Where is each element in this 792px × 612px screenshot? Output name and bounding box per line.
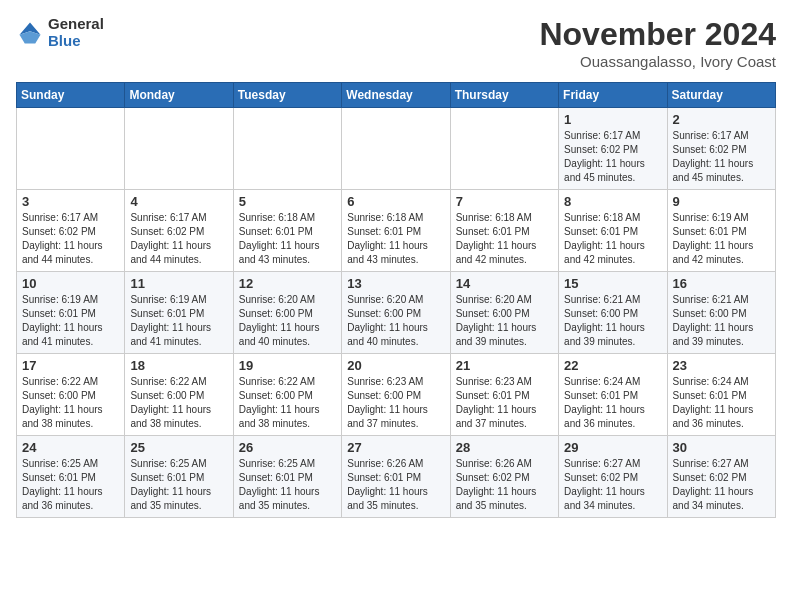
- calendar-week-row-3: 10Sunrise: 6:19 AM Sunset: 6:01 PM Dayli…: [17, 272, 776, 354]
- day-info: Sunrise: 6:21 AM Sunset: 6:00 PM Dayligh…: [564, 293, 661, 349]
- day-info: Sunrise: 6:27 AM Sunset: 6:02 PM Dayligh…: [564, 457, 661, 513]
- logo-blue-text: Blue: [48, 33, 104, 50]
- day-info: Sunrise: 6:20 AM Sunset: 6:00 PM Dayligh…: [456, 293, 553, 349]
- calendar-cell: 21Sunrise: 6:23 AM Sunset: 6:01 PM Dayli…: [450, 354, 558, 436]
- day-number: 27: [347, 440, 444, 455]
- day-number: 23: [673, 358, 770, 373]
- day-number: 16: [673, 276, 770, 291]
- calendar-cell: 25Sunrise: 6:25 AM Sunset: 6:01 PM Dayli…: [125, 436, 233, 518]
- calendar-cell: 20Sunrise: 6:23 AM Sunset: 6:00 PM Dayli…: [342, 354, 450, 436]
- calendar-cell: 15Sunrise: 6:21 AM Sunset: 6:00 PM Dayli…: [559, 272, 667, 354]
- calendar-cell: [17, 108, 125, 190]
- calendar-cell: 26Sunrise: 6:25 AM Sunset: 6:01 PM Dayli…: [233, 436, 341, 518]
- weekday-header-tuesday: Tuesday: [233, 83, 341, 108]
- day-info: Sunrise: 6:17 AM Sunset: 6:02 PM Dayligh…: [673, 129, 770, 185]
- weekday-header-monday: Monday: [125, 83, 233, 108]
- day-info: Sunrise: 6:19 AM Sunset: 6:01 PM Dayligh…: [673, 211, 770, 267]
- day-number: 15: [564, 276, 661, 291]
- day-info: Sunrise: 6:21 AM Sunset: 6:00 PM Dayligh…: [673, 293, 770, 349]
- day-info: Sunrise: 6:20 AM Sunset: 6:00 PM Dayligh…: [347, 293, 444, 349]
- logo-icon: [16, 19, 44, 47]
- day-number: 25: [130, 440, 227, 455]
- calendar-cell: [125, 108, 233, 190]
- day-info: Sunrise: 6:19 AM Sunset: 6:01 PM Dayligh…: [22, 293, 119, 349]
- day-info: Sunrise: 6:25 AM Sunset: 6:01 PM Dayligh…: [130, 457, 227, 513]
- weekday-header-row: SundayMondayTuesdayWednesdayThursdayFrid…: [17, 83, 776, 108]
- calendar-header: SundayMondayTuesdayWednesdayThursdayFrid…: [17, 83, 776, 108]
- calendar-cell: 11Sunrise: 6:19 AM Sunset: 6:01 PM Dayli…: [125, 272, 233, 354]
- day-info: Sunrise: 6:23 AM Sunset: 6:00 PM Dayligh…: [347, 375, 444, 431]
- day-number: 28: [456, 440, 553, 455]
- day-number: 2: [673, 112, 770, 127]
- calendar-cell: 14Sunrise: 6:20 AM Sunset: 6:00 PM Dayli…: [450, 272, 558, 354]
- day-number: 12: [239, 276, 336, 291]
- calendar-cell: 23Sunrise: 6:24 AM Sunset: 6:01 PM Dayli…: [667, 354, 775, 436]
- day-number: 4: [130, 194, 227, 209]
- day-number: 26: [239, 440, 336, 455]
- day-number: 21: [456, 358, 553, 373]
- calendar-week-row-1: 1Sunrise: 6:17 AM Sunset: 6:02 PM Daylig…: [17, 108, 776, 190]
- calendar-week-row-2: 3Sunrise: 6:17 AM Sunset: 6:02 PM Daylig…: [17, 190, 776, 272]
- calendar-cell: 13Sunrise: 6:20 AM Sunset: 6:00 PM Dayli…: [342, 272, 450, 354]
- weekday-header-wednesday: Wednesday: [342, 83, 450, 108]
- day-info: Sunrise: 6:25 AM Sunset: 6:01 PM Dayligh…: [239, 457, 336, 513]
- day-info: Sunrise: 6:17 AM Sunset: 6:02 PM Dayligh…: [130, 211, 227, 267]
- day-info: Sunrise: 6:26 AM Sunset: 6:02 PM Dayligh…: [456, 457, 553, 513]
- day-number: 7: [456, 194, 553, 209]
- title-block: November 2024 Ouassangalasso, Ivory Coas…: [539, 16, 776, 70]
- day-info: Sunrise: 6:22 AM Sunset: 6:00 PM Dayligh…: [239, 375, 336, 431]
- day-number: 13: [347, 276, 444, 291]
- day-info: Sunrise: 6:17 AM Sunset: 6:02 PM Dayligh…: [564, 129, 661, 185]
- day-info: Sunrise: 6:19 AM Sunset: 6:01 PM Dayligh…: [130, 293, 227, 349]
- calendar-cell: 16Sunrise: 6:21 AM Sunset: 6:00 PM Dayli…: [667, 272, 775, 354]
- calendar-cell: 3Sunrise: 6:17 AM Sunset: 6:02 PM Daylig…: [17, 190, 125, 272]
- day-info: Sunrise: 6:24 AM Sunset: 6:01 PM Dayligh…: [564, 375, 661, 431]
- day-number: 3: [22, 194, 119, 209]
- calendar-cell: 7Sunrise: 6:18 AM Sunset: 6:01 PM Daylig…: [450, 190, 558, 272]
- calendar-cell: 22Sunrise: 6:24 AM Sunset: 6:01 PM Dayli…: [559, 354, 667, 436]
- location-subtitle: Ouassangalasso, Ivory Coast: [539, 53, 776, 70]
- weekday-header-saturday: Saturday: [667, 83, 775, 108]
- day-number: 8: [564, 194, 661, 209]
- calendar-cell: 10Sunrise: 6:19 AM Sunset: 6:01 PM Dayli…: [17, 272, 125, 354]
- day-info: Sunrise: 6:17 AM Sunset: 6:02 PM Dayligh…: [22, 211, 119, 267]
- calendar-week-row-4: 17Sunrise: 6:22 AM Sunset: 6:00 PM Dayli…: [17, 354, 776, 436]
- day-info: Sunrise: 6:27 AM Sunset: 6:02 PM Dayligh…: [673, 457, 770, 513]
- day-info: Sunrise: 6:22 AM Sunset: 6:00 PM Dayligh…: [22, 375, 119, 431]
- calendar-cell: [342, 108, 450, 190]
- calendar-cell: 17Sunrise: 6:22 AM Sunset: 6:00 PM Dayli…: [17, 354, 125, 436]
- day-info: Sunrise: 6:25 AM Sunset: 6:01 PM Dayligh…: [22, 457, 119, 513]
- calendar-cell: 27Sunrise: 6:26 AM Sunset: 6:01 PM Dayli…: [342, 436, 450, 518]
- calendar-cell: 5Sunrise: 6:18 AM Sunset: 6:01 PM Daylig…: [233, 190, 341, 272]
- calendar-table: SundayMondayTuesdayWednesdayThursdayFrid…: [16, 82, 776, 518]
- day-info: Sunrise: 6:24 AM Sunset: 6:01 PM Dayligh…: [673, 375, 770, 431]
- calendar-cell: 28Sunrise: 6:26 AM Sunset: 6:02 PM Dayli…: [450, 436, 558, 518]
- calendar-cell: 19Sunrise: 6:22 AM Sunset: 6:00 PM Dayli…: [233, 354, 341, 436]
- calendar-cell: 30Sunrise: 6:27 AM Sunset: 6:02 PM Dayli…: [667, 436, 775, 518]
- day-number: 18: [130, 358, 227, 373]
- day-number: 29: [564, 440, 661, 455]
- day-info: Sunrise: 6:18 AM Sunset: 6:01 PM Dayligh…: [347, 211, 444, 267]
- day-number: 6: [347, 194, 444, 209]
- day-info: Sunrise: 6:18 AM Sunset: 6:01 PM Dayligh…: [456, 211, 553, 267]
- day-number: 20: [347, 358, 444, 373]
- calendar-cell: 6Sunrise: 6:18 AM Sunset: 6:01 PM Daylig…: [342, 190, 450, 272]
- day-number: 11: [130, 276, 227, 291]
- weekday-header-thursday: Thursday: [450, 83, 558, 108]
- day-info: Sunrise: 6:18 AM Sunset: 6:01 PM Dayligh…: [564, 211, 661, 267]
- calendar-cell: [233, 108, 341, 190]
- day-number: 5: [239, 194, 336, 209]
- calendar-cell: [450, 108, 558, 190]
- calendar-cell: 9Sunrise: 6:19 AM Sunset: 6:01 PM Daylig…: [667, 190, 775, 272]
- calendar-cell: 2Sunrise: 6:17 AM Sunset: 6:02 PM Daylig…: [667, 108, 775, 190]
- day-number: 19: [239, 358, 336, 373]
- calendar-cell: 4Sunrise: 6:17 AM Sunset: 6:02 PM Daylig…: [125, 190, 233, 272]
- weekday-header-sunday: Sunday: [17, 83, 125, 108]
- calendar-cell: 29Sunrise: 6:27 AM Sunset: 6:02 PM Dayli…: [559, 436, 667, 518]
- day-number: 10: [22, 276, 119, 291]
- weekday-header-friday: Friday: [559, 83, 667, 108]
- calendar-week-row-5: 24Sunrise: 6:25 AM Sunset: 6:01 PM Dayli…: [17, 436, 776, 518]
- day-number: 22: [564, 358, 661, 373]
- page-header: General Blue November 2024 Ouassangalass…: [16, 16, 776, 70]
- day-number: 17: [22, 358, 119, 373]
